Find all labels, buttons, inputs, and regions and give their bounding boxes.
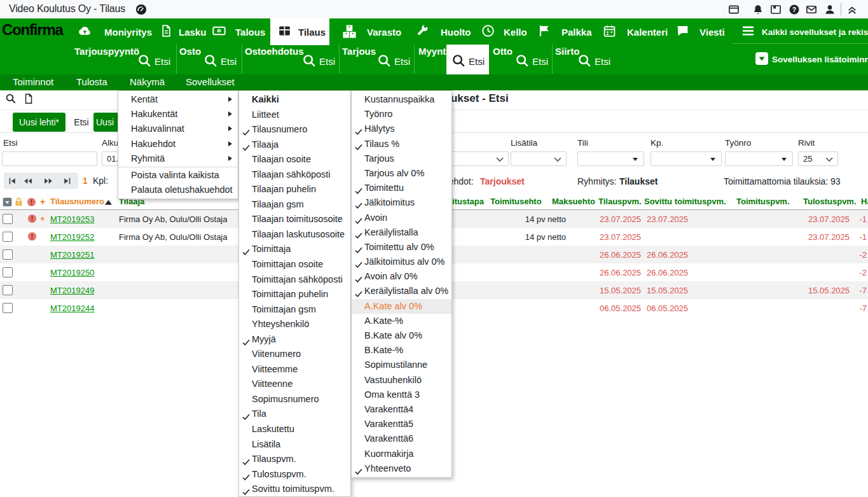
brand-logo[interactable]: Confirma [2, 21, 63, 39]
select-all-dropdown-icon[interactable] [3, 197, 12, 207]
lisatila-select[interactable] [511, 151, 567, 166]
menubar-näkymä[interactable]: Näkymä [130, 76, 165, 87]
row-checkbox[interactable] [3, 249, 13, 260]
menu-item-tilaajan-sähköposti[interactable]: Tilaajan sähköposti [239, 167, 350, 183]
menu-item-toimittajan-osoite[interactable]: Toimittajan osoite [239, 257, 350, 272]
menubar-sovellukset[interactable]: Sovellukset [186, 76, 235, 87]
column-header-tilauspvm-[interactable]: Tilauspvm. [598, 197, 642, 206]
card-icon[interactable] [770, 4, 782, 15]
prev-page-icon[interactable] [24, 177, 32, 185]
subnav-ostoehdotus[interactable]: Ostoehdotus [245, 46, 304, 57]
search-icon[interactable] [515, 53, 529, 67]
mail-icon[interactable] [806, 4, 817, 15]
menu-item-sovittu-toimituspvm-[interactable]: Sovittu toimituspvm. [239, 482, 350, 497]
column-header-toimitusehto[interactable]: Toimitusehto [490, 197, 542, 206]
row-checkbox[interactable] [3, 285, 13, 295]
menu-item-toimittajan-puhelin[interactable]: Toimittajan puhelin [239, 287, 350, 302]
window-icon[interactable] [728, 4, 740, 15]
menu-item-viitenumero[interactable]: Viitenumero [239, 347, 350, 362]
subnav-tarjous-etsi[interactable]: Etsi [394, 56, 410, 67]
menu-item-keräilylistalla-alv-0%[interactable]: Keräilylistalla alv 0% [352, 284, 451, 298]
next-page-icon[interactable] [44, 177, 52, 185]
menu-item-b-kate-%[interactable]: B.Kate-% [352, 343, 451, 358]
order-number-link[interactable]: MT2019253 [50, 214, 94, 224]
menu-item-hakuvalinnat[interactable]: Hakuvalinnat [118, 122, 238, 136]
menu-item-myyjä[interactable]: Myyjä [239, 332, 350, 347]
first-page-icon[interactable] [8, 177, 17, 185]
menubar-tulosta[interactable]: Tulosta [76, 76, 107, 87]
subnav-ostoehdotus-etsi[interactable]: Etsi [319, 56, 335, 67]
menu-item-laskutettu[interactable]: Laskutettu [239, 422, 350, 437]
menu-item-jälkitoimitus[interactable]: Jälkitoimitus [352, 195, 451, 210]
search-icon[interactable] [5, 93, 17, 104]
tyonro-select[interactable] [725, 151, 793, 166]
rivit-select[interactable]: 25 [798, 151, 838, 166]
menu-item-b-kate-alv-0%[interactable]: B.Kate alv 0% [352, 328, 451, 343]
nav-item-tilaus[interactable]: Tilaus [298, 27, 326, 38]
order-number-link[interactable]: MT2019244 [50, 304, 94, 313]
row-checkbox[interactable] [3, 214, 13, 224]
menu-item-ryhmitä[interactable]: Ryhmitä [118, 151, 238, 166]
menu-item-avoin-alv-0%[interactable]: Avoin alv 0% [352, 269, 451, 284]
menu-item-varakenttä4[interactable]: Varakenttä4 [352, 402, 451, 417]
menu-item-tilaajan-laskutusosoite[interactable]: Tilaajan laskutusosoite [239, 227, 350, 242]
tab-etsi[interactable]: Etsi [69, 113, 94, 132]
row-checkbox[interactable] [3, 267, 13, 277]
menu-item-palauta-oletushakuehdot[interactable]: Palauta oletushakuehdot [118, 183, 238, 197]
menu-item-tila[interactable]: Tila [239, 407, 350, 422]
menu-item-tarjous-alv-0%[interactable]: Tarjous alv 0% [352, 166, 451, 181]
subnav-myynti[interactable]: Myynti [418, 46, 449, 57]
menu-item-toimittajan-gsm[interactable]: Toimittajan gsm [239, 302, 350, 318]
menu-item-lisätila[interactable]: Lisätila [239, 437, 350, 452]
menu-item-sopimustilanne[interactable]: Sopimustilanne [352, 358, 451, 372]
menu-item-toimitettu[interactable]: Toimitettu [352, 181, 451, 195]
nav-item-palkka[interactable]: Palkka [561, 27, 592, 38]
kp-select[interactable] [651, 151, 722, 166]
column-header-hälytys[interactable]: Hälytys [861, 197, 868, 206]
menu-item-a-kate-alv-0%[interactable]: A.Kate alv 0% [352, 299, 451, 314]
new-sheet-button[interactable]: Uusi lehti* [13, 113, 65, 132]
menu-item-tilaus-%[interactable]: Tilaus % [352, 137, 451, 151]
menu-item-oma-kenttä-3[interactable]: Oma kenttä 3 [352, 388, 451, 402]
menu-item-tulostuspvm-[interactable]: Tulostuspvm. [239, 467, 350, 482]
column-header-tulostuspvm-[interactable]: Tulostuspvm. [803, 197, 857, 206]
last-page-icon[interactable] [63, 177, 71, 185]
more-dropdown-icon[interactable] [755, 52, 768, 65]
menu-item-yhteenveto[interactable]: Yhteenveto [352, 461, 451, 476]
subnav-osto-etsi[interactable]: Etsi [221, 56, 237, 67]
search-icon[interactable] [137, 53, 151, 67]
column-header-toimituspvm-[interactable]: Toimituspvm. [736, 197, 790, 206]
menu-item-varakenttä6[interactable]: Varakenttä6 [352, 431, 451, 446]
menu-item-poista-valinta-kaikista[interactable]: Poista valinta kaikista [118, 168, 238, 183]
menu-item-tilaaja[interactable]: Tilaaja [239, 137, 350, 153]
menubar-toiminnot[interactable]: Toiminnot [13, 76, 53, 87]
nav-item-lasku[interactable]: Lasku [179, 27, 206, 38]
nav-item-kello[interactable]: Kello [504, 27, 527, 38]
more-functions-link[interactable]: Sovelluksen lisätoiminnot [772, 55, 868, 64]
menu-item-varakenttä5[interactable]: Varakenttä5 [352, 417, 451, 431]
search-icon[interactable] [302, 53, 316, 67]
menu-item-kustannuspaikka[interactable]: Kustannuspaikka [352, 92, 451, 107]
etsi-input[interactable] [2, 151, 97, 166]
search-icon[interactable] [451, 53, 465, 67]
menu-item-viitteemme[interactable]: Viitteemme [239, 362, 350, 377]
menu-item-viitteenne[interactable]: Viitteenne [239, 377, 350, 392]
subnav-tarjous[interactable]: Tarjous [342, 46, 376, 57]
bell-icon[interactable] [752, 4, 764, 15]
subnav-tarjouspyyntö[interactable]: Tarjouspyyntö [74, 46, 139, 57]
menu-item-toimitettu-alv-0%[interactable]: Toimitettu alv 0% [352, 240, 451, 255]
order-number-link[interactable]: MT2019249 [50, 286, 94, 295]
menu-item-avoin[interactable]: Avoin [352, 211, 451, 225]
user-icon[interactable] [824, 4, 836, 15]
search-icon[interactable] [203, 53, 217, 67]
hamburger-icon[interactable] [741, 24, 755, 38]
nav-item-talous[interactable]: Talous [235, 27, 265, 38]
subnav-myynti-etsi[interactable]: Etsi [469, 56, 485, 67]
menu-item-tilauspvm-[interactable]: Tilauspvm. [239, 452, 350, 467]
menu-item-kaikki[interactable]: Kaikki [239, 92, 350, 108]
search-icon[interactable] [577, 53, 591, 67]
menu-item-työnro[interactable]: Työnro [352, 107, 451, 122]
column-header-maksuehto[interactable]: Maksuehto [552, 197, 595, 206]
menu-item-hakuehdot[interactable]: Hakuehdot [118, 137, 238, 151]
search-icon[interactable] [377, 53, 391, 67]
